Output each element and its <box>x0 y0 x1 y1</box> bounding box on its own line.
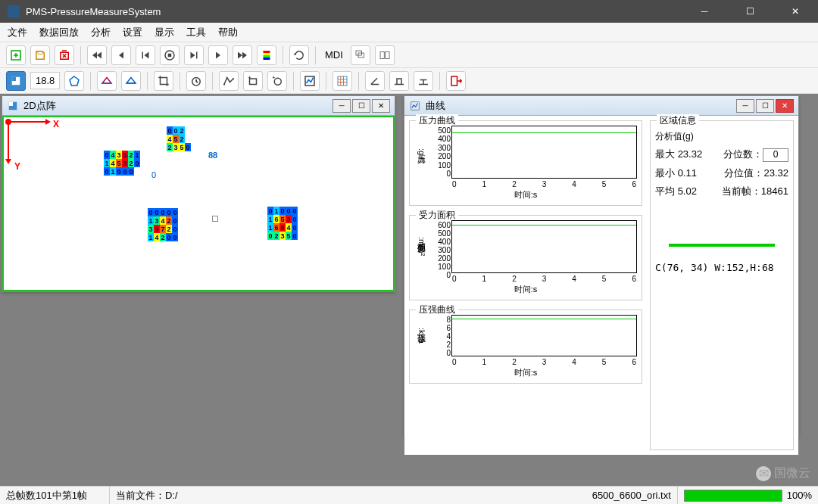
area-xticks: 0123456 <box>452 275 636 283</box>
play-button[interactable] <box>208 45 228 65</box>
status-frames: 总帧数101中第1帧 <box>0 487 110 504</box>
coord-readout: C(76, 34) W:152,H:68 <box>655 262 788 273</box>
step-back-button[interactable] <box>111 45 131 65</box>
area-yticks: 6005004003002001000 <box>431 221 451 272</box>
progress-value: 100% <box>787 490 812 501</box>
wechat-icon: ✉ <box>756 466 771 481</box>
window-2d-minimize[interactable]: ─ <box>333 99 351 113</box>
window-2d-maximize[interactable]: ☐ <box>352 99 370 113</box>
window-2d-body: X Y 002 452 2350 88 043521 145320 01000 … <box>2 116 395 291</box>
rewind-button[interactable] <box>87 45 107 65</box>
grid-button[interactable] <box>333 71 352 91</box>
window-2d: 2D点阵 ─ ☐ ✕ X Y 002 452 2350 <box>2 95 395 292</box>
stop-button[interactable] <box>160 45 180 65</box>
quantile-spinner[interactable]: 0 <box>763 148 788 162</box>
svg-rect-26 <box>338 76 347 86</box>
max-label: 最大 <box>655 148 675 160</box>
svg-rect-10 <box>264 58 270 60</box>
stress-xticks: 0123456 <box>452 358 636 366</box>
avg-value: 5.02 <box>678 185 697 197</box>
window-curve-maximize[interactable]: ☐ <box>756 99 774 113</box>
stress-chart-group: 压强曲线 压强:kpa 86420 0123456 时间:s <box>409 310 642 384</box>
skip-start-button[interactable] <box>136 45 155 65</box>
axis-y-label: Y <box>14 161 20 172</box>
cursor-marker <box>212 216 218 222</box>
svg-rect-3 <box>142 51 144 58</box>
baseline-b-button[interactable] <box>414 71 433 91</box>
menu-help[interactable]: 帮助 <box>218 26 238 39</box>
frame-label: 当前帧： <box>722 185 761 197</box>
value-display: 18.8 <box>30 72 60 89</box>
minimize-button[interactable]: ─ <box>689 0 720 23</box>
fast-forward-button[interactable] <box>233 45 252 65</box>
skip-end-button[interactable] <box>184 45 204 65</box>
svg-rect-9 <box>264 55 270 58</box>
svg-marker-32 <box>45 119 51 125</box>
window-2d-close[interactable]: ✕ <box>372 99 390 113</box>
angle-button[interactable] <box>365 71 385 91</box>
stress-chart[interactable]: 86420 0123456 <box>451 315 637 356</box>
window-curve-close[interactable]: ✕ <box>776 99 794 113</box>
svg-rect-16 <box>12 76 16 80</box>
value-88: 88 <box>208 151 217 160</box>
svg-rect-6 <box>196 51 198 58</box>
svg-marker-34 <box>5 159 11 164</box>
close-button[interactable]: ✕ <box>780 0 810 23</box>
plot-2d[interactable]: X Y 002 452 2350 88 043521 145320 01000 … <box>2 116 395 291</box>
menu-tools[interactable]: 工具 <box>186 26 206 39</box>
watermark: ✉ 国微云 <box>756 465 810 481</box>
heat-region-3: 00000 13420 39720 14200 <box>148 208 178 241</box>
stress-xlabel: 时间:s <box>414 367 637 378</box>
view2d-button[interactable] <box>6 71 26 91</box>
3d-view-a-button[interactable] <box>97 71 117 91</box>
delete-button[interactable] <box>55 45 74 65</box>
stress-yticks: 86420 <box>431 316 451 356</box>
svg-rect-5 <box>168 53 172 57</box>
frame-value: 18461 <box>761 185 788 197</box>
svg-rect-8 <box>264 53 270 55</box>
progress-bar <box>684 490 782 502</box>
window-curve-minimize[interactable]: ─ <box>736 99 754 113</box>
add-rect-button[interactable]: + <box>243 71 263 91</box>
baseline-a-button[interactable] <box>389 71 409 91</box>
svg-rect-13 <box>380 51 384 58</box>
pressure-yticks: 5004003002001000 <box>431 126 451 178</box>
toolbar-main: MDI <box>0 42 818 68</box>
3d-view-b-button[interactable] <box>121 71 141 91</box>
tile-windows-button[interactable] <box>375 45 395 65</box>
menu-display[interactable]: 显示 <box>155 26 174 39</box>
polygon-button[interactable] <box>64 71 84 91</box>
edit-path-button[interactable] <box>219 71 239 91</box>
refresh-button[interactable] <box>289 45 309 65</box>
add-circle-button[interactable]: + <box>267 71 287 91</box>
export-button[interactable] <box>446 71 466 91</box>
maximize-button[interactable]: ☐ <box>735 0 765 23</box>
heat-region-1: 002 452 2350 <box>167 126 191 151</box>
chart-button[interactable] <box>300 71 320 91</box>
menu-playback[interactable]: 数据回放 <box>39 26 79 39</box>
save-button[interactable] <box>30 45 50 65</box>
analysis-label: 分析值(g) <box>655 130 788 143</box>
menu-settings[interactable]: 设置 <box>123 26 142 39</box>
area-ylabel: 受力面积:mm² <box>414 235 429 257</box>
toolbar-analysis: 18.8 + + <box>0 68 818 94</box>
crop-button[interactable] <box>154 71 173 91</box>
window-curve-body: 压力曲线 压力:g 5004003002001000 0123456 时间:s <box>404 116 798 455</box>
cascade-windows-button[interactable] <box>351 45 370 65</box>
info-indicator-bar <box>669 244 776 247</box>
titlebar: PMS-PressureMeasureSystem ─ ☐ ✕ <box>0 0 818 23</box>
window-title: PMS-PressureMeasureSystem <box>26 6 689 17</box>
window-curve-titlebar[interactable]: 曲线 ─ ☐ ✕ <box>404 96 798 116</box>
area-chart[interactable]: 6005004003002001000 0123456 <box>451 220 637 273</box>
new-button[interactable] <box>6 45 26 65</box>
menu-file[interactable]: 文件 <box>8 26 27 39</box>
timer-button[interactable] <box>186 71 206 91</box>
window-2d-titlebar[interactable]: 2D点阵 ─ ☐ ✕ <box>2 96 395 116</box>
svg-rect-14 <box>386 51 389 58</box>
svg-rect-7 <box>264 51 270 53</box>
menu-analysis[interactable]: 分析 <box>91 26 111 39</box>
colormap-button[interactable] <box>257 45 276 65</box>
area-xlabel: 时间:s <box>414 284 637 295</box>
svg-text:+: + <box>273 74 276 81</box>
pressure-chart[interactable]: 5004003002001000 0123456 <box>451 126 637 179</box>
